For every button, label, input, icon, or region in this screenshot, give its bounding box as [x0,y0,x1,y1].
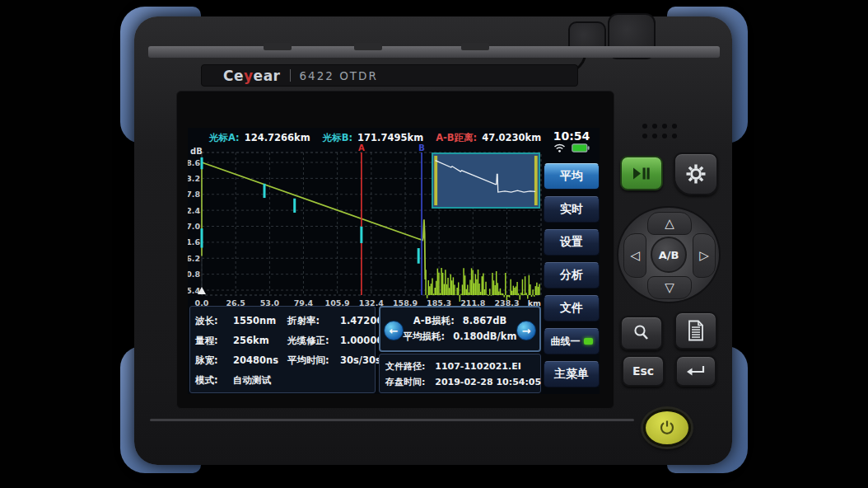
prev-event-button[interactable]: ← [384,321,404,340]
cursor-a-label: 光标A: [209,132,240,144]
dpad-up-button[interactable]: △ [647,212,692,235]
power-button[interactable] [643,409,691,447]
softkey-main-menu[interactable]: 主菜单 [544,361,600,387]
right-arrow-icon: → [522,325,531,337]
param-label: 模式: [195,374,233,387]
esc-button[interactable]: Esc [622,355,665,387]
otdr-device: Ceyear 6422 OTDR 光标A: 124.7266km 光标B: 17… [0,0,868,488]
power-icon [659,420,675,436]
file-path-row: 文件路径: 1107-1102021.EI [385,359,540,374]
event-marker [293,199,296,213]
ab-loss-value: 8.867dB [463,315,506,327]
lcd-screen: 光标A: 124.7266km 光标B: 171.7495km A-B距离: 4… [188,128,600,394]
document-icon [687,320,705,341]
svg-text:21.6: 21.6 [188,237,200,246]
clock-area: 10:54 [544,129,600,152]
softkey-file[interactable]: 文件 [544,295,600,321]
zoom-button[interactable] [620,316,663,350]
svg-text:16.2: 16.2 [188,254,200,263]
save-time-label: 存盘时间: [385,377,425,387]
battery-icon [572,143,590,152]
softkey-column: 平均 实时 设置 分析 文件 曲线一 主菜单 [544,163,600,394]
ab-distance-label: A-B距离: [436,132,477,144]
trace-overview-inset [432,152,540,209]
file-path-label: 文件路径: [385,361,425,372]
ab-distance-value: 47.0230km [482,132,541,143]
setup-button[interactable] [674,152,718,195]
svg-text:27.0: 27.0 [188,222,200,231]
softkey-trace-one[interactable]: 曲线一 [544,328,600,354]
svg-text:A: A [358,144,365,152]
next-event-button[interactable]: → [516,321,536,340]
avg-loss-value: 0.180dB/km [453,331,516,343]
svg-text:48.6: 48.6 [188,158,200,167]
param-label: 量程: [195,335,233,347]
file-button[interactable] [674,312,717,350]
save-time-row: 存盘时间: 2019-02-28 10:54:05 [385,374,540,390]
arrow-down-icon: ▽ [665,280,674,295]
svg-text:dB: dB [190,147,203,156]
event-marker [360,227,362,243]
param-value: 1550nm [233,315,287,326]
measurement-params-panel: 波长: 1550nm 折射率: 1.47200 量程: 256km 光缆修正: … [189,306,376,393]
top-edge-strip [148,46,720,58]
trace-led-indicator [584,338,593,345]
event-marker [418,248,420,264]
dpad-down-button[interactable]: ▽ [647,276,692,299]
left-arrow-icon: ← [390,325,399,337]
param-value: 1.47200 [340,315,383,326]
ab-loss-label: A-B损耗: [413,315,455,327]
magnifier-icon [632,324,651,342]
param-label: 平均时间: [287,354,340,367]
enter-button[interactable] [675,355,716,387]
param-value: 自动测试 [233,374,287,387]
param-label: 光缆修正: [287,335,340,347]
model-label: 6422 OTDR [300,69,378,82]
case-seam [150,419,634,421]
param-label: 波长: [195,315,233,327]
file-info-panel: 文件路径: 1107-1102021.EI 存盘时间: 2019-02-28 1… [379,354,541,393]
top-tab [461,43,489,50]
clock-time: 10:54 [544,129,600,143]
enter-icon [686,364,706,378]
speaker-grille [642,124,677,138]
arrow-left-icon: ◁ [630,248,640,263]
dpad: △ ▽ ◁ ▷ A/B [617,206,721,303]
softkey-analysis[interactable]: 分析 [544,262,600,289]
wifi-icon [553,143,566,152]
gear-icon [685,163,707,185]
svg-text:10.8: 10.8 [188,270,200,279]
run-stop-button[interactable] [620,156,663,190]
brand-plate: Ceyear 6422 OTDR [201,64,578,87]
play-pause-icon [632,167,651,180]
ab-cursor-button[interactable]: A/B [651,237,687,273]
avg-loss-label: 平均损耗: [404,331,446,343]
softkey-settings[interactable]: 设置 [544,229,600,256]
svg-text:B: B [418,144,425,152]
svg-text:43.2: 43.2 [188,174,200,183]
arrow-right-icon: ▷ [699,248,709,263]
cursor-a-value: 124.7266km [245,132,310,143]
dpad-left-button[interactable]: ◁ [623,233,646,278]
param-label: 脉宽: [195,354,233,367]
brand-logo: Ceyear [223,68,281,84]
param-value: 20480ns [233,354,287,366]
ab-loss-panel: ← A-B损耗: 8.867dB 平均损耗: 0.180dB/km → [379,306,541,352]
arrow-up-icon: △ [665,216,674,231]
top-tab [264,43,292,50]
dpad-right-button[interactable]: ▷ [693,233,716,278]
svg-text:32.4: 32.4 [188,206,200,215]
file-path-value: 1107-1102021.EI [435,361,521,372]
param-value: 1.00000 [340,335,383,346]
event-marker [201,157,203,169]
event-marker [264,184,266,198]
cursor-b-value: 171.7495km [357,132,423,143]
softkey-average[interactable]: 平均 [544,163,600,190]
event-marker [201,228,203,247]
param-value: 256km [233,335,287,346]
save-time-value: 2019-02-28 10:54:05 [435,377,541,387]
svg-text:37.8: 37.8 [188,190,200,199]
param-label: 折射率: [287,315,340,327]
top-tab [354,43,382,50]
softkey-realtime[interactable]: 实时 [544,196,600,223]
